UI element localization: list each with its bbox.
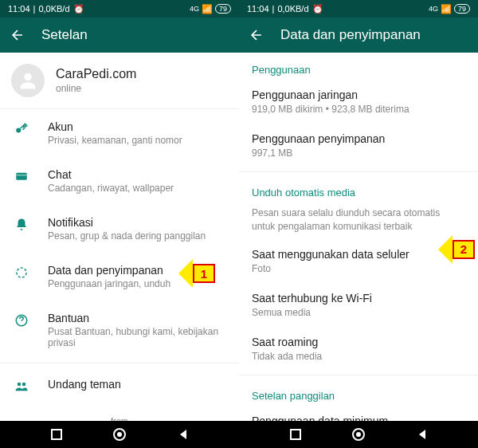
svg-rect-10 <box>291 430 300 439</box>
item-title: Akun <box>48 120 226 133</box>
bell-icon <box>13 216 30 242</box>
item-sub: 919,0 MB dikirim • 923,8 MB diterima <box>252 104 465 115</box>
status-speed: 0,0KB/d <box>277 4 308 14</box>
settings-item-notifikasi[interactable]: Notifikasi Pesan, grup & nada dering pan… <box>0 205 239 253</box>
item-title: Penggunaan penyimpanan <box>252 132 465 145</box>
android-navbar <box>0 421 239 448</box>
item-title: Chat <box>48 168 226 181</box>
item-wifi[interactable]: Saat terhubung ke Wi-Fi Semua media <box>239 284 478 328</box>
svg-point-6 <box>22 383 26 387</box>
status-bar: 11:04 | 0,0KB/d ⏰ 4G 📶 79 <box>239 0 478 18</box>
section-usage: Penggunaan <box>239 53 478 81</box>
status-bar: 11:04 | 0,0KB/d ⏰ 4G 📶 79 <box>0 0 239 18</box>
svg-point-1 <box>16 128 21 133</box>
app-bar: Setelan <box>0 18 239 53</box>
callout-number: 2 <box>453 240 475 259</box>
item-sub: Semua media <box>252 307 465 318</box>
settings-item-chat[interactable]: Chat Cadangan, riwayat, wallpaper <box>0 157 239 205</box>
profile-name: CaraPedi.com <box>56 67 136 81</box>
profile-row[interactable]: CaraPedi.com online <box>0 53 239 109</box>
profile-status: online <box>56 83 136 94</box>
section-call: Setelan panggilan <box>239 379 478 407</box>
avatar <box>11 64 45 97</box>
svg-point-3 <box>17 268 26 277</box>
item-title: Penggunaan data minimum <box>252 415 465 421</box>
divider <box>239 171 478 172</box>
item-network-usage[interactable]: Penggunaan jaringan 919,0 MB dikirim • 9… <box>239 81 478 124</box>
phone-left-settings: 11:04 | 0,0KB/d ⏰ 4G 📶 79 Setelan CaraPe… <box>0 0 239 448</box>
status-sep: | <box>33 4 36 14</box>
chat-icon <box>13 168 30 194</box>
nav-recents[interactable] <box>289 428 302 441</box>
status-sep: | <box>272 4 275 14</box>
signal-icon: 📶 <box>441 4 452 14</box>
back-icon[interactable] <box>249 27 264 43</box>
nav-home[interactable] <box>112 427 127 442</box>
settings-content: CaraPedi.com online Akun Privasi, keaman… <box>0 53 239 421</box>
android-navbar <box>239 421 478 448</box>
nav-home[interactable] <box>351 427 366 442</box>
item-mobile-data[interactable]: Saat menggunakan data seluler Foto 2 <box>239 240 478 284</box>
battery-icon: 79 <box>454 4 470 14</box>
item-sub: Foto <box>252 263 465 274</box>
item-low-data-call[interactable]: Penggunaan data minimum Mengurangi pengg… <box>239 407 478 421</box>
battery-icon: 79 <box>215 4 231 14</box>
svg-point-5 <box>18 383 22 387</box>
item-title: Undang teman <box>48 378 226 391</box>
callout-arrow-1: 1 <box>178 259 215 288</box>
svg-rect-2 <box>16 173 27 180</box>
section-auto-download: Unduh otomatis media <box>239 175 478 203</box>
data-storage-content: Penggunaan Penggunaan jaringan 919,0 MB … <box>239 53 478 421</box>
help-icon <box>13 312 30 348</box>
network-label: 4G <box>190 5 199 13</box>
item-title: Notifikasi <box>48 216 226 229</box>
svg-point-9 <box>117 432 122 437</box>
item-title: Saat menggunakan data seluler <box>252 248 465 261</box>
nav-back[interactable] <box>416 428 429 441</box>
settings-item-akun[interactable]: Akun Privasi, keamanan, ganti nomor <box>0 109 239 157</box>
item-sub: Pusat Bantuan, hubungi kami, kebijakan p… <box>48 326 226 348</box>
item-sub: Pesan, grup & nada dering panggilan <box>48 230 226 242</box>
item-title: Saat roaming <box>252 336 465 348</box>
network-label: 4G <box>429 5 438 13</box>
item-sub: 997,1 MB <box>252 147 465 159</box>
svg-rect-7 <box>52 430 61 439</box>
alarm-icon: ⏰ <box>312 4 323 14</box>
settings-item-bantuan[interactable]: Bantuan Pusat Bantuan, hubungi kami, keb… <box>0 301 239 360</box>
settings-item-invite[interactable]: Undang teman <box>0 367 239 405</box>
footer-from: from <box>0 405 239 421</box>
settings-item-data[interactable]: Data dan penyimpanan Penggunaan jaringan… <box>0 253 239 301</box>
phone-right-data-storage: 11:04 | 0,0KB/d ⏰ 4G 📶 79 Data dan penyi… <box>239 0 478 448</box>
nav-back[interactable] <box>177 428 190 441</box>
divider <box>0 363 239 364</box>
app-bar: Data dan penyimpanan <box>239 18 478 53</box>
callout-number: 1 <box>193 264 215 283</box>
status-time: 11:04 <box>247 4 269 14</box>
signal-icon: 📶 <box>202 4 213 14</box>
page-title: Setelan <box>41 27 88 43</box>
item-sub: Tidak ada media <box>252 351 465 362</box>
item-title: Saat terhubung ke Wi-Fi <box>252 292 465 305</box>
data-usage-icon <box>13 264 30 289</box>
nav-recents[interactable] <box>50 428 63 441</box>
item-sub: Privasi, keamanan, ganti nomor <box>48 135 226 146</box>
status-time: 11:04 <box>8 4 30 14</box>
item-title: Penggunaan jaringan <box>252 88 465 101</box>
item-roaming[interactable]: Saat roaming Tidak ada media <box>239 328 478 371</box>
svg-point-0 <box>24 73 31 81</box>
page-title: Data dan penyimpanan <box>280 27 421 43</box>
back-icon[interactable] <box>10 27 25 43</box>
divider <box>239 375 478 375</box>
item-sub: Cadangan, riwayat, wallpaper <box>48 183 226 194</box>
callout-arrow-2: 2 <box>438 235 475 264</box>
people-icon <box>13 378 30 394</box>
item-title: Bantuan <box>48 312 226 324</box>
alarm-icon: ⏰ <box>73 4 84 14</box>
svg-point-12 <box>356 432 361 437</box>
item-storage-usage[interactable]: Penggunaan penyimpanan 997,1 MB <box>239 124 478 168</box>
key-icon <box>13 120 30 146</box>
status-speed: 0,0KB/d <box>38 4 69 14</box>
